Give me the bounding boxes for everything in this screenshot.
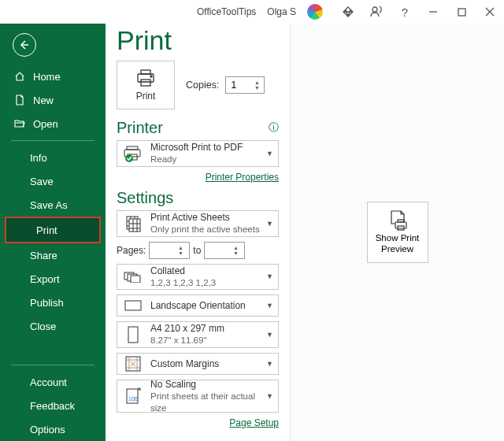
sidebar-item-options[interactable]: Options [0,417,106,441]
pages-to-stepper[interactable]: ▲▼ [204,242,245,259]
sidebar-divider [11,140,94,141]
chevron-down-icon: ▼ [266,360,273,368]
printer-heading: Printer [117,119,163,137]
sidebar-item-close[interactable]: Close [0,314,106,338]
sidebar-item-print[interactable]: Print [6,218,99,242]
active-highlight: Print [5,217,101,243]
sidebar-divider [11,365,94,365]
svg-rect-15 [125,301,141,310]
pages-from-input[interactable] [150,245,175,256]
user-avatar-icon[interactable] [307,4,323,20]
printer-icon [135,69,156,87]
sidebar-item-open[interactable]: Open [0,112,106,135]
printer-dropdown[interactable]: Microsoft Print to PDFReady ▼ [117,140,279,167]
copies-stepper[interactable]: ▲▼ [225,76,265,94]
active-sheets-icon [122,213,144,234]
pages-label: Pages: [117,245,146,256]
maximize-icon[interactable] [447,1,476,23]
show-print-preview-button[interactable]: Show Print Preview [367,202,428,263]
sidebar-item-info[interactable]: Info [0,146,106,169]
print-panel: Print Print Copies: ▲▼ Printer ⓘ Microso… [106,24,290,441]
sidebar-item-home[interactable]: Home [0,65,106,88]
printer-ready-icon [122,143,144,164]
title-bar: OfficeToolTips Olga S ? [0,0,504,24]
sidebar-item-save-as[interactable]: Save As [0,193,106,217]
svg-rect-11 [129,219,140,232]
close-icon[interactable] [476,1,504,23]
margins-dropdown[interactable]: Custom Margins ▼ [117,353,279,375]
pages-from-stepper[interactable]: ▲▼ [149,242,190,259]
sidebar-item-feedback[interactable]: Feedback [0,394,106,417]
scaling-dropdown[interactable]: 100 No ScalingPrint sheets at their actu… [117,380,279,413]
svg-rect-21 [398,220,404,222]
print-button[interactable]: Print [117,61,175,109]
help-icon[interactable]: ? [391,1,419,23]
backstage-sidebar: Home New Open Info Save Save As Print Sh… [0,24,106,441]
landscape-icon [122,295,144,316]
svg-rect-14 [131,276,140,283]
orientation-dropdown[interactable]: Landscape Orientation ▼ [117,295,279,317]
chevron-down-icon: ▼ [266,392,273,400]
app-name: OfficeToolTips [197,6,256,17]
pages-to-label: to [193,245,201,256]
svg-rect-20 [395,222,406,228]
collated-icon [122,266,144,287]
svg-point-5 [150,76,152,77]
copies-label: Copies: [186,80,219,91]
svg-rect-4 [141,80,150,86]
svg-rect-1 [458,9,465,16]
margins-icon [122,354,144,374]
coming-soon-icon[interactable] [362,1,391,23]
svg-point-0 [372,7,377,12]
sidebar-item-new[interactable]: New [0,88,106,112]
svg-rect-2 [141,70,150,74]
page-title: Print [117,25,279,56]
chevron-down-icon: ▼ [266,220,273,228]
settings-heading: Settings [117,189,279,207]
sidebar-item-share[interactable]: Share [0,243,106,267]
sidebar-item-export[interactable]: Export [0,267,106,291]
printer-properties-link[interactable]: Printer Properties [117,172,279,183]
copies-input[interactable] [226,80,251,91]
sidebar-item-account[interactable]: Account [0,370,106,394]
sidebar-item-save[interactable]: Save [0,169,106,193]
back-button[interactable] [13,33,36,57]
print-scope-dropdown[interactable]: Print Active SheetsOnly print the active… [117,210,279,237]
chevron-down-icon: ▼ [266,302,273,309]
svg-rect-16 [128,327,138,343]
svg-rect-6 [127,146,138,150]
premium-icon[interactable] [334,1,362,23]
chevron-down-icon: ▼ [266,272,273,280]
sidebar-item-publish[interactable]: Publish [0,291,106,314]
scaling-icon: 100 [122,386,144,406]
paper-size-dropdown[interactable]: A4 210 x 297 mm8.27" x 11.69" ▼ [117,321,279,348]
chevron-down-icon: ▼ [266,331,273,339]
collation-dropdown[interactable]: Collated1,2,3 1,2,3 1,2,3 ▼ [117,264,279,291]
chevron-down-icon: ▼ [266,150,273,158]
paper-icon [122,324,144,345]
preview-pane: Show Print Preview [290,24,504,441]
printer-info-icon[interactable]: ⓘ [269,120,279,135]
page-setup-link[interactable]: Page Setup [117,417,279,428]
user-name: Olga S [267,6,296,17]
svg-text:100: 100 [128,396,138,402]
svg-point-9 [125,154,133,162]
page-preview-icon [387,209,408,232]
minimize-icon[interactable] [419,1,447,23]
pages-to-input[interactable] [205,245,230,256]
